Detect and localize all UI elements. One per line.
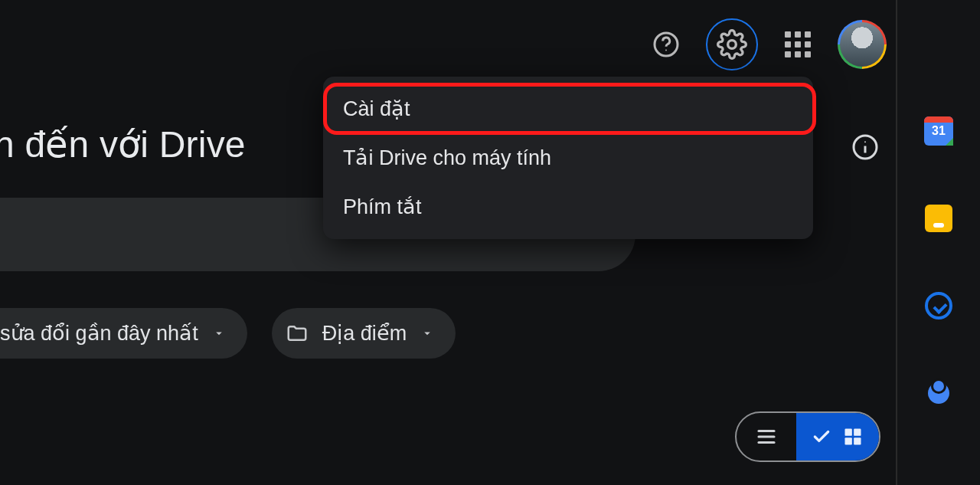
help-icon bbox=[652, 31, 680, 58]
menu-item-label: Phím tắt bbox=[343, 195, 422, 219]
menu-item-settings[interactable]: Cài đặt bbox=[323, 84, 813, 133]
main-area: n đến với Drive sửa đổi gần đây nhất Địa… bbox=[0, 0, 897, 485]
chevron-down-icon bbox=[420, 326, 434, 340]
filter-modified[interactable]: sửa đổi gần đây nhất bbox=[0, 308, 247, 359]
view-toggle bbox=[735, 411, 880, 462]
calendar-icon: 31 bbox=[924, 116, 953, 146]
svg-rect-12 bbox=[854, 437, 861, 444]
gear-icon bbox=[717, 29, 747, 60]
filter-location[interactable]: Địa điểm bbox=[272, 308, 456, 359]
tasks-icon bbox=[925, 292, 952, 320]
filter-location-label: Địa điểm bbox=[322, 321, 407, 346]
view-grid-button[interactable] bbox=[796, 413, 879, 460]
svg-rect-9 bbox=[845, 429, 852, 436]
sidepanel-calendar[interactable]: 31 bbox=[923, 115, 955, 147]
menu-item-label: Tải Drive cho máy tính bbox=[343, 146, 551, 170]
filter-modified-label: sửa đổi gần đây nhất bbox=[0, 321, 198, 346]
sidepanel-contacts[interactable] bbox=[923, 377, 955, 409]
info-button[interactable] bbox=[850, 132, 880, 162]
svg-rect-10 bbox=[854, 429, 861, 436]
help-button[interactable] bbox=[648, 26, 684, 63]
folder-icon bbox=[286, 322, 309, 345]
chevron-down-icon bbox=[212, 326, 226, 340]
svg-point-1 bbox=[665, 50, 667, 51]
menu-item-get-drive-desktop[interactable]: Tải Drive cho máy tính bbox=[323, 133, 813, 182]
check-icon bbox=[812, 427, 831, 447]
grid-icon bbox=[842, 426, 864, 447]
page-headline: n đến với Drive bbox=[0, 123, 246, 165]
keep-icon bbox=[925, 205, 952, 232]
contacts-icon bbox=[928, 382, 949, 404]
svg-point-2 bbox=[728, 41, 737, 49]
svg-rect-11 bbox=[845, 437, 852, 444]
sidepanel-keep[interactable] bbox=[923, 202, 955, 234]
account-avatar[interactable] bbox=[838, 20, 887, 69]
google-apps-button[interactable] bbox=[779, 26, 816, 63]
app-root: n đến với Drive sửa đổi gần đây nhất Địa… bbox=[0, 0, 980, 485]
topbar bbox=[648, 18, 887, 70]
menu-item-label: Cài đặt bbox=[343, 97, 410, 121]
list-icon bbox=[755, 425, 778, 448]
settings-button[interactable] bbox=[706, 18, 758, 70]
apps-grid-icon bbox=[785, 31, 811, 57]
filter-chips: sửa đổi gần đây nhất Địa điểm bbox=[0, 308, 456, 359]
sidepanel-tasks[interactable] bbox=[923, 290, 955, 322]
svg-point-5 bbox=[864, 141, 866, 143]
menu-item-keyboard-shortcuts[interactable]: Phím tắt bbox=[323, 182, 813, 231]
settings-menu: Cài đặt Tải Drive cho máy tính Phím tắt bbox=[323, 77, 813, 239]
info-icon bbox=[851, 133, 879, 161]
side-panel: 31 bbox=[897, 0, 980, 485]
view-list-button[interactable] bbox=[737, 413, 796, 460]
